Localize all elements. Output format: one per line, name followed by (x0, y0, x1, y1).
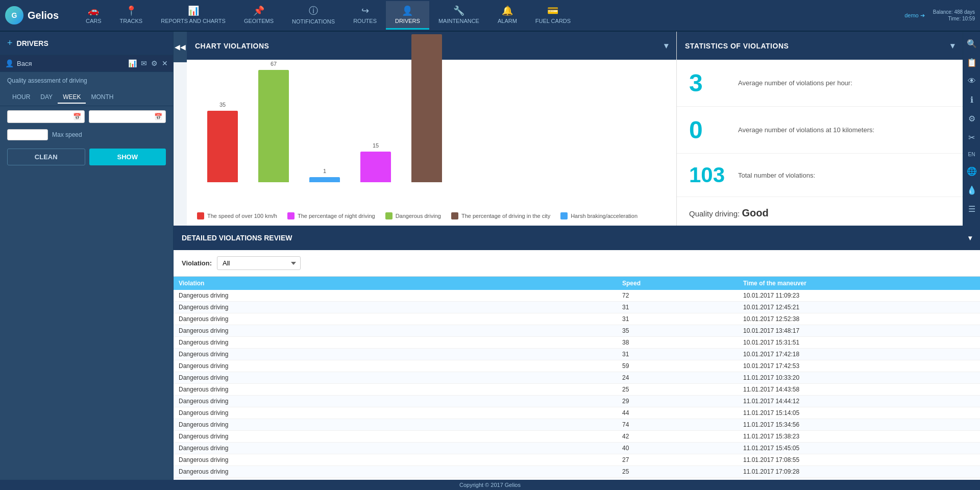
table-row[interactable]: Dangerous driving 31 10.01.2017 12:52:38 (174, 313, 980, 325)
cars-nav-icon: 🚗 (88, 5, 99, 16)
violation-speed-9: 29 (617, 396, 738, 407)
nav-item-maintenance[interactable]: 🔧MAINTENANCE (429, 1, 488, 30)
violations-title: DETAILED VIOLATIONS REVIEW (182, 234, 292, 242)
stat-item-0: 3Average number of violations per hour: (677, 60, 963, 107)
violation-time-1: 10.01.2017 12:45:21 (738, 302, 980, 313)
time-tabs: HOURDAYWEEKMONTH (0, 89, 173, 106)
search-icon[interactable]: 🔍 (964, 36, 980, 52)
demo-label[interactable]: demo ➔ (904, 12, 925, 19)
nav-item-notifications[interactable]: ⓘNOTIFICATIONS (283, 1, 344, 30)
time-tab-week[interactable]: WEEK (58, 91, 86, 104)
close-icon[interactable]: ✕ (162, 59, 168, 67)
settings-icon[interactable]: ⚙ (151, 59, 158, 67)
date-range-row: 01/10/2017 10:54 📅 01/17/2017 10:54 📅 (0, 106, 173, 127)
date-from-field[interactable]: 01/10/2017 10:54 (11, 114, 71, 120)
sidebar-search-row: 👤 📊 ✉ ⚙ ✕ (0, 55, 173, 72)
language-icon[interactable]: 🌐 (964, 163, 980, 179)
chart-icon[interactable]: 📊 (128, 59, 137, 67)
settings-icon[interactable]: ⚙ (965, 111, 978, 127)
nav-item-reports[interactable]: 📊REPORTS AND CHARTS (152, 1, 235, 30)
nav-item-routes[interactable]: ↪ROUTES (344, 1, 386, 30)
time-tab-hour[interactable]: HOUR (7, 91, 35, 104)
table-row[interactable]: Dangerous driving 25 11.01.2017 17:09:28 (174, 466, 980, 478)
clean-button[interactable]: CLEAN (7, 149, 85, 165)
table-row[interactable]: Dangerous driving 44 11.01.2017 15:14:05 (174, 407, 980, 419)
col-header-2: Time of the maneuver (738, 277, 980, 290)
nav-item-tracks[interactable]: 📍TRACKS (111, 1, 152, 30)
table-row[interactable]: Dangerous driving 24 11.01.2017 10:33:20 (174, 372, 980, 384)
time-tab-day[interactable]: DAY (35, 91, 58, 104)
water-icon[interactable]: 💧 (964, 182, 980, 198)
legend-label-3: The percentage of driving in the city (461, 213, 550, 219)
main-layout: + DRIVERS 👤 📊 ✉ ⚙ ✕ Quality assessment o… (0, 32, 980, 490)
stats-collapse-button[interactable]: ▾ (950, 41, 955, 51)
table-row[interactable]: Dangerous driving 29 11.01.2017 14:44:12 (174, 396, 980, 407)
eye-icon[interactable]: 👁 (965, 74, 979, 89)
bar-label-1: 67 (271, 61, 277, 67)
calendar-to-icon[interactable]: 📅 (154, 113, 162, 120)
violation-speed-2: 31 (617, 313, 738, 325)
sidebar-title: DRIVERS (17, 39, 48, 47)
footer-text: Copyright © 2017 Gelios (459, 482, 521, 488)
table-row[interactable]: Dangerous driving 72 10.01.2017 11:09:23 (174, 290, 980, 302)
show-button[interactable]: SHOW (89, 149, 166, 165)
reports-nav-label: REPORTS AND CHARTS (161, 18, 226, 24)
nav-item-alarm[interactable]: 🔔ALARM (488, 1, 526, 30)
violation-speed-4: 38 (617, 337, 738, 349)
violation-name-1: Dangerous driving (174, 302, 617, 313)
table-row[interactable]: Dangerous driving 35 10.01.2017 13:48:17 (174, 325, 980, 337)
table-row[interactable]: Dangerous driving 25 11.01.2017 14:43:58 (174, 384, 980, 396)
language-en-label[interactable]: EN (965, 149, 978, 160)
nav-item-cars[interactable]: 🚗CARS (77, 1, 111, 30)
logo-icon: G (5, 6, 23, 24)
bar-1: 67 (258, 70, 289, 182)
legend-item-1: The percentage of night driving (287, 212, 375, 219)
sidebar-action-icons: 📊 ✉ ⚙ ✕ (128, 59, 168, 67)
top-navigation: G Gelios 🚗CARS📍TRACKS📊REPORTS AND CHARTS… (0, 0, 980, 32)
table-row[interactable]: Dangerous driving 31 10.01.2017 12:45:21 (174, 302, 980, 313)
message-icon[interactable]: ✉ (141, 59, 147, 67)
info-icon[interactable]: ℹ (967, 92, 976, 108)
cut-icon[interactable]: ✂ (965, 130, 978, 145)
stats-panel-header: STATISTICS OF VIOLATIONS ▾ (677, 32, 963, 60)
table-row[interactable]: Dangerous driving 40 11.01.2017 15:45:05 (174, 443, 980, 454)
nav-items: 🚗CARS📍TRACKS📊REPORTS AND CHARTS📌GEOITEMS… (77, 1, 904, 30)
menu-icon[interactable]: ☰ (965, 201, 978, 217)
quality-section: Quality driving: Good (677, 197, 963, 229)
violation-name-4: Dangerous driving (174, 337, 617, 349)
table-row[interactable]: Dangerous driving 74 11.01.2017 15:34:56 (174, 419, 980, 431)
driver-name-input[interactable] (17, 60, 125, 67)
nav-item-geoitems[interactable]: 📌GEOITEMS (235, 1, 283, 30)
collapse-sidebar-button[interactable]: ◀◀ (174, 32, 187, 62)
routes-nav-icon: ↪ (361, 5, 369, 16)
max-speed-input[interactable]: 100 (7, 129, 48, 140)
stat-desc-2: Total number of violations: (738, 172, 815, 179)
violation-filter-select[interactable]: AllDangerous drivingSpeed over 100 km/hH… (217, 256, 301, 270)
violation-filter-label: Violation: (182, 259, 212, 267)
time-tab-month[interactable]: MONTH (86, 91, 118, 104)
copy-icon[interactable]: 📋 (964, 55, 980, 70)
date-from-input[interactable]: 01/10/2017 10:54 📅 (7, 110, 85, 123)
user-info-area: demo ➔ Balance: 488 days Time: 10:59 (904, 9, 975, 21)
right-sidebar: 🔍📋👁ℹ⚙✂EN🌐💧☰ (963, 32, 980, 226)
violation-time-4: 10.01.2017 15:31:51 (738, 337, 980, 349)
table-row[interactable]: Dangerous driving 38 10.01.2017 15:31:51 (174, 337, 980, 349)
calendar-from-icon[interactable]: 📅 (73, 113, 81, 120)
table-row[interactable]: Dangerous driving 31 10.01.2017 17:42:18 (174, 349, 980, 360)
date-to-field[interactable]: 01/17/2017 10:54 (92, 114, 153, 120)
nav-item-fuel[interactable]: 💳FUEL CARDS (526, 1, 580, 30)
sidebar: + DRIVERS 👤 📊 ✉ ⚙ ✕ Quality assessment o… (0, 32, 174, 490)
chart-collapse-button[interactable]: ▾ (664, 41, 669, 51)
geoitems-nav-label: GEOITEMS (244, 18, 274, 24)
violation-time-12: 11.01.2017 15:38:23 (738, 431, 980, 443)
table-row[interactable]: Dangerous driving 42 11.01.2017 15:38:23 (174, 431, 980, 443)
table-row[interactable]: Dangerous driving 27 11.01.2017 17:08:55 (174, 454, 980, 466)
violations-collapse-button[interactable]: ▾ (968, 234, 972, 242)
table-row[interactable]: Dangerous driving 59 10.01.2017 17:42:53 (174, 360, 980, 372)
alarm-nav-icon: 🔔 (502, 5, 513, 16)
quality-text: Quality driving: Good (689, 209, 769, 218)
bar-label-2: 1 (323, 168, 326, 174)
sidebar-add-button[interactable]: + (7, 38, 13, 48)
nav-item-drivers[interactable]: 👤DRIVERS (386, 1, 429, 30)
date-to-input[interactable]: 01/17/2017 10:54 📅 (89, 110, 166, 123)
